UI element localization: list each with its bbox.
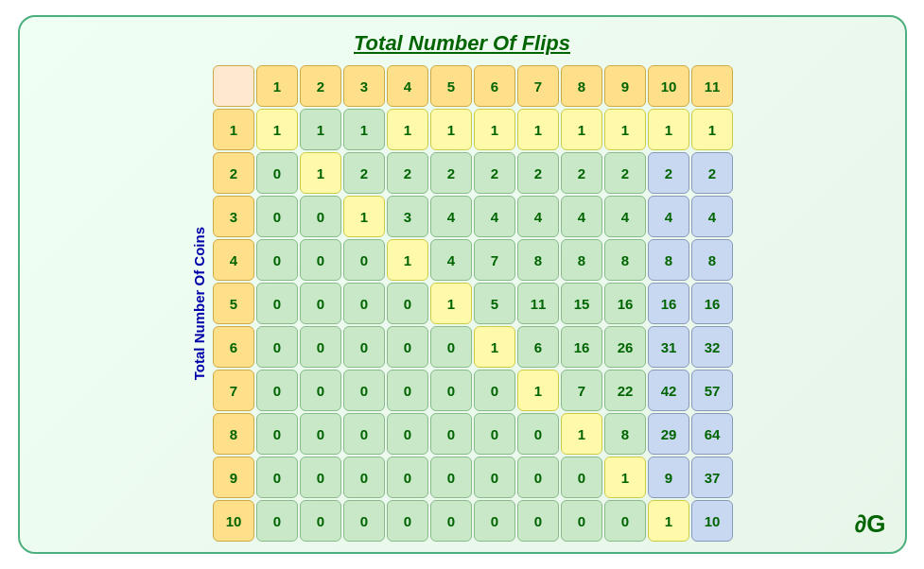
cell-r9-c8: 0 bbox=[604, 500, 646, 542]
cell-r1-c0: 0 bbox=[256, 152, 298, 194]
cell-r0-c7: 1 bbox=[561, 109, 602, 150]
logo: ∂G bbox=[854, 509, 885, 539]
cell-r7-c7: 1 bbox=[561, 413, 602, 455]
cell-r6-c0: 0 bbox=[256, 370, 298, 411]
cell-r6-c1: 0 bbox=[300, 370, 341, 411]
row-label-10: 10 bbox=[213, 500, 254, 542]
row-label-3: 3 bbox=[213, 196, 254, 237]
row-label-4: 4 bbox=[213, 239, 254, 281]
cell-r4-c3: 0 bbox=[387, 283, 428, 324]
cell-r7-c1: 0 bbox=[300, 413, 341, 455]
row-label-7: 7 bbox=[213, 370, 254, 411]
cell-r2-c3: 3 bbox=[387, 196, 428, 237]
cell-r2-c9: 4 bbox=[648, 196, 689, 237]
row-label-9: 9 bbox=[213, 457, 254, 498]
cell-r3-c4: 4 bbox=[430, 239, 472, 281]
cell-r6-c4: 0 bbox=[430, 370, 472, 411]
table-wrapper: Total Number Of Coins 123456789101111111… bbox=[191, 65, 733, 542]
cell-r1-c3: 2 bbox=[387, 152, 428, 194]
chart-title: Total Number Of Flips bbox=[354, 31, 570, 56]
row-label-1: 1 bbox=[213, 109, 254, 150]
cell-r8-c6: 0 bbox=[517, 457, 559, 498]
cell-r6-c2: 0 bbox=[343, 370, 385, 411]
cell-r1-c10: 2 bbox=[691, 152, 733, 194]
cell-r8-c1: 0 bbox=[300, 457, 341, 498]
cell-r1-c8: 2 bbox=[604, 152, 646, 194]
cell-r7-c3: 0 bbox=[387, 413, 428, 455]
cell-r8-c5: 0 bbox=[474, 457, 515, 498]
cell-r9-c10: 10 bbox=[691, 500, 733, 542]
cell-r3-c1: 0 bbox=[300, 239, 341, 281]
cell-r3-c5: 7 bbox=[474, 239, 515, 281]
cell-r7-c9: 29 bbox=[648, 413, 689, 455]
header-col-11: 11 bbox=[691, 65, 733, 107]
cell-r2-c8: 4 bbox=[604, 196, 646, 237]
cell-r4-c9: 16 bbox=[648, 283, 689, 324]
cell-r3-c8: 8 bbox=[604, 239, 646, 281]
cell-r9-c7: 0 bbox=[561, 500, 602, 542]
cell-r3-c0: 0 bbox=[256, 239, 298, 281]
cell-r1-c4: 2 bbox=[430, 152, 472, 194]
cell-r4-c2: 0 bbox=[343, 283, 385, 324]
cell-r8-c3: 0 bbox=[387, 457, 428, 498]
cell-r1-c6: 2 bbox=[517, 152, 559, 194]
cell-r6-c10: 57 bbox=[691, 370, 733, 411]
cell-r6-c9: 42 bbox=[648, 370, 689, 411]
cell-r4-c0: 0 bbox=[256, 283, 298, 324]
row-label-8: 8 bbox=[213, 413, 254, 455]
cell-r3-c10: 8 bbox=[691, 239, 733, 281]
cell-r2-c5: 4 bbox=[474, 196, 515, 237]
header-col-3: 3 bbox=[343, 65, 385, 107]
cell-r2-c10: 4 bbox=[691, 196, 733, 237]
cell-r0-c10: 1 bbox=[691, 109, 733, 150]
cell-r4-c6: 11 bbox=[517, 283, 559, 324]
cell-r2-c4: 4 bbox=[430, 196, 472, 237]
cell-r7-c10: 64 bbox=[691, 413, 733, 455]
header-col-7: 7 bbox=[517, 65, 559, 107]
cell-r0-c0: 1 bbox=[256, 109, 298, 150]
cell-r5-c8: 26 bbox=[604, 326, 646, 368]
cell-r4-c1: 0 bbox=[300, 283, 341, 324]
data-grid: 1234567891011111111111111201222222222300… bbox=[213, 65, 733, 542]
cell-r0-c2: 1 bbox=[343, 109, 385, 150]
cell-r1-c5: 2 bbox=[474, 152, 515, 194]
cell-r9-c0: 0 bbox=[256, 500, 298, 542]
header-col-8: 8 bbox=[561, 65, 602, 107]
cell-r4-c7: 15 bbox=[561, 283, 602, 324]
cell-r4-c8: 16 bbox=[604, 283, 646, 324]
cell-r4-c10: 16 bbox=[691, 283, 733, 324]
cell-r9-c4: 0 bbox=[430, 500, 472, 542]
header-col-9: 9 bbox=[604, 65, 646, 107]
cell-r9-c3: 0 bbox=[387, 500, 428, 542]
cell-r2-c6: 4 bbox=[517, 196, 559, 237]
corner-cell bbox=[213, 65, 254, 107]
cell-r1-c2: 2 bbox=[343, 152, 385, 194]
cell-r5-c9: 31 bbox=[648, 326, 689, 368]
cell-r5-c0: 0 bbox=[256, 326, 298, 368]
cell-r9-c5: 0 bbox=[474, 500, 515, 542]
cell-r5-c3: 0 bbox=[387, 326, 428, 368]
cell-r0-c8: 1 bbox=[604, 109, 646, 150]
header-col-5: 5 bbox=[430, 65, 472, 107]
cell-r3-c6: 8 bbox=[517, 239, 559, 281]
cell-r3-c3: 1 bbox=[387, 239, 428, 281]
y-axis-label: Total Number Of Coins bbox=[191, 227, 207, 380]
header-col-1: 1 bbox=[256, 65, 298, 107]
cell-r0-c5: 1 bbox=[474, 109, 515, 150]
cell-r5-c1: 0 bbox=[300, 326, 341, 368]
row-label-2: 2 bbox=[213, 152, 254, 194]
cell-r0-c3: 1 bbox=[387, 109, 428, 150]
cell-r7-c0: 0 bbox=[256, 413, 298, 455]
cell-r9-c6: 0 bbox=[517, 500, 559, 542]
cell-r5-c6: 6 bbox=[517, 326, 559, 368]
cell-r7-c2: 0 bbox=[343, 413, 385, 455]
cell-r3-c7: 8 bbox=[561, 239, 602, 281]
cell-r8-c4: 0 bbox=[430, 457, 472, 498]
header-col-10: 10 bbox=[648, 65, 689, 107]
cell-r6-c8: 22 bbox=[604, 370, 646, 411]
row-label-5: 5 bbox=[213, 283, 254, 324]
cell-r8-c9: 9 bbox=[648, 457, 689, 498]
cell-r2-c0: 0 bbox=[256, 196, 298, 237]
cell-r0-c4: 1 bbox=[430, 109, 472, 150]
cell-r2-c1: 0 bbox=[300, 196, 341, 237]
